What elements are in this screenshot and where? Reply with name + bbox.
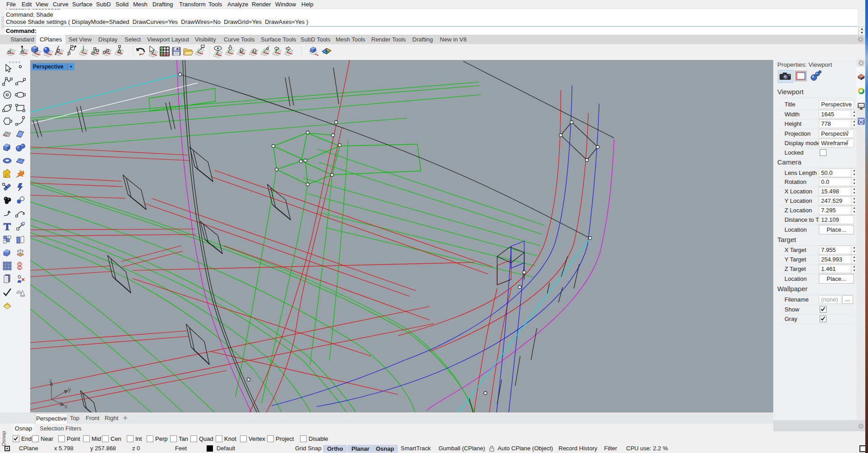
svg-text:y: y bbox=[68, 386, 71, 393]
svg-text:x: x bbox=[65, 403, 67, 410]
svg-text:?: ? bbox=[860, 120, 862, 124]
svg-text:z: z bbox=[49, 378, 52, 384]
